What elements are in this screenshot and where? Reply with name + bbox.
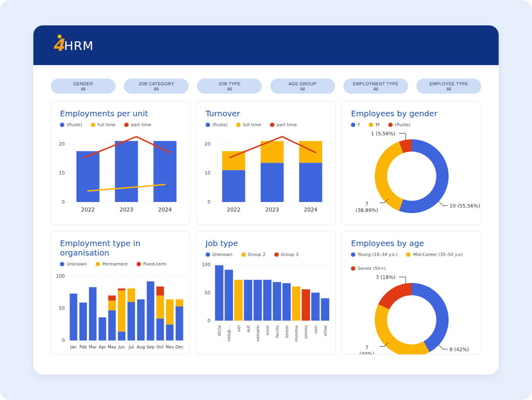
bar-segment-unknown: [175, 306, 183, 340]
legend-dot-icon: [388, 123, 393, 127]
filter-pill-age-group[interactable]: AGE GROUPAll: [270, 79, 335, 94]
app-window: 4 HRM GENDERAllJOB CATEGORYAllJOB TYPEAl…: [33, 25, 499, 375]
legend-label: part time: [131, 122, 151, 127]
bar-segment-permament: [175, 299, 183, 306]
bar-segment-unknown: [108, 310, 116, 340]
chart-legend: (Puste)full timepart time: [197, 118, 335, 127]
legend-item-mid-career-35-50-y-o[interactable]: Mid-Career (35–50 y.o): [406, 252, 463, 257]
filter-pill-employee-type[interactable]: EMPLOYEE TYPEAll: [416, 79, 481, 94]
bar-segment-unknown: [118, 331, 125, 340]
donut-employees-by-age: [375, 283, 449, 355]
filter-value: All: [81, 87, 86, 91]
legend-item-group-2[interactable]: Group 2: [241, 252, 266, 257]
chart-card-employees-by-gender: Employees by gender FM(Puste) 10 (55,56%…: [342, 101, 481, 225]
bar-lorem: [282, 283, 291, 321]
legend-item-unknown[interactable]: Unknown: [60, 262, 87, 267]
legend-label: Unknown: [212, 252, 233, 257]
filter-label: JOB TYPE: [218, 81, 241, 86]
svg-text:2024: 2024: [158, 206, 172, 213]
chart-employments-per-unit: 01020202220232024: [51, 129, 190, 219]
chart-card-employees-by-age: Employees by age Young (18–34 y.o.)Mid-C…: [342, 231, 481, 355]
chart-legend: UnknownPermamentFixed-term: [51, 258, 190, 267]
svg-text:veniam: veniam: [255, 325, 260, 342]
filter-pill-job-category[interactable]: JOB CATEGORYAll: [124, 79, 189, 94]
legend-dot-icon: [236, 123, 241, 127]
legend-dot-icon: [124, 123, 129, 127]
filter-value: All: [154, 87, 159, 91]
legend-item-part-time[interactable]: part time: [124, 122, 151, 127]
legend-label: Group 3: [281, 252, 299, 257]
page-background: 4 HRM GENDERAllJOB CATEGORYAllJOB TYPEAl…: [0, 0, 532, 400]
legend-item-young-18-34-y-o[interactable]: Young (18–34 y.o.): [351, 252, 397, 257]
legend-label: M: [376, 122, 380, 127]
legend-item-f[interactable]: F: [351, 122, 360, 127]
legend-label: Unknown: [67, 262, 87, 267]
legend-item-puste[interactable]: (Puste): [206, 122, 228, 127]
filter-bar: GENDERAllJOB CATEGORYAllJOB TYPEAllAGE G…: [33, 65, 499, 94]
legend-label: Permament: [102, 262, 128, 267]
svg-text:100: 100: [56, 273, 65, 279]
legend-label: full time: [98, 122, 116, 127]
donut-hole: [387, 295, 436, 344]
legend-item-group-3[interactable]: Group 3: [274, 252, 299, 257]
donut-callout-puste: 1 (5,56%): [342, 131, 395, 137]
legend-item-full-time[interactable]: full time: [236, 122, 261, 127]
legend-item-unknown[interactable]: Unknown: [206, 252, 233, 257]
donut-callout-young: 8 (42%): [449, 346, 469, 352]
legend-item-senior-50[interactable]: Senior (50+): [351, 266, 386, 271]
svg-text:aut: aut: [245, 325, 251, 333]
svg-text:omnis: omnis: [303, 325, 308, 338]
svg-text:Apr: Apr: [99, 344, 106, 349]
svg-text:2022: 2022: [81, 206, 94, 213]
svg-text:Dec: Dec: [175, 344, 184, 349]
logo-4-icon: 4: [52, 37, 64, 53]
chart-card-turnover: Turnover (Puste)full timepart time 01020…: [197, 101, 336, 225]
svg-text:minima: minima: [294, 325, 299, 342]
bar-segment-permament: [118, 290, 125, 332]
svg-text:May: May: [108, 344, 116, 349]
legend-label: part time: [277, 122, 297, 127]
legend-item-puste[interactable]: (Puste): [60, 122, 82, 127]
svg-text:vel: vel: [236, 325, 241, 332]
svg-text:Oct: Oct: [156, 344, 164, 349]
legend-label: F: [358, 122, 360, 127]
chart-legend: (Puste)full timepart time: [51, 118, 190, 127]
svg-text:Jan: Jan: [70, 344, 77, 349]
legend-item-part-time[interactable]: part time: [270, 122, 297, 127]
bar-segment-puste: [260, 163, 283, 202]
chart-employees-by-age: 8 (42%)7(40%)3 (18%): [342, 273, 481, 355]
bar-segment-permament: [156, 296, 164, 319]
bar-facilis: [273, 282, 281, 321]
legend-label: (Puste): [395, 122, 411, 127]
chart-card-employments-per-unit: Employments per unit (Puste)full timepar…: [51, 101, 190, 225]
legend-item-full-time[interactable]: full time: [91, 122, 116, 127]
bar-segment-unknown: [89, 287, 96, 340]
filter-pill-job-type[interactable]: JOB TYPEAll: [197, 79, 262, 94]
bar-segment-puste: [115, 141, 138, 202]
legend-label: Senior (50+): [358, 266, 386, 271]
filter-pill-employment-type[interactable]: EMPLOYMENT TYPEAll: [343, 79, 408, 94]
legend-dot-icon: [406, 252, 411, 257]
legend-item-puste[interactable]: (Puste): [388, 122, 411, 127]
bar-esse: [263, 280, 271, 321]
app-header: 4 HRM: [33, 25, 499, 65]
svg-text:Feb: Feb: [79, 344, 87, 349]
svg-text:20: 20: [204, 141, 210, 147]
bar-segment-unknown: [98, 317, 106, 340]
filter-value: All: [227, 87, 232, 91]
svg-text:volup...: volup...: [226, 325, 231, 342]
filter-pill-gender[interactable]: GENDERAll: [51, 79, 116, 94]
legend-item-m[interactable]: M: [369, 122, 380, 127]
svg-text:non: non: [313, 325, 318, 334]
chart-title: Turnover: [197, 108, 335, 118]
bar-segment-unknown: [127, 302, 135, 340]
legend-item-fixed-term[interactable]: Fixed-term: [137, 262, 167, 267]
svg-text:50: 50: [204, 290, 210, 296]
bar-segment-unknown: [156, 319, 164, 340]
bar-dicta: [215, 265, 223, 321]
svg-text:2024: 2024: [304, 206, 317, 213]
svg-text:2022: 2022: [227, 206, 240, 213]
legend-item-permament[interactable]: Permament: [96, 262, 128, 267]
filter-label: GENDER: [73, 81, 93, 86]
svg-text:dicta: dicta: [217, 325, 222, 336]
